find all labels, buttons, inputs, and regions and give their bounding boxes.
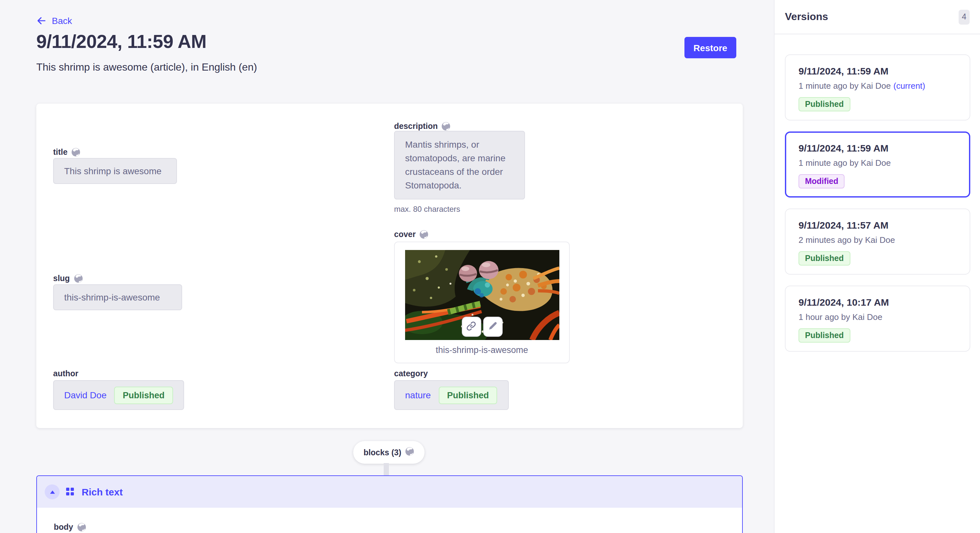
- cover-caption: this-shrimp-is-awesome: [395, 345, 569, 355]
- category-status-badge: Published: [439, 386, 497, 404]
- version-meta-text: 1 hour ago by Kai Doe: [799, 312, 883, 322]
- version-meta-text: 1 minute ago by Kai Doe: [799, 81, 891, 90]
- versions-sidebar: Versions 4 9/11/2024, 11:59 AM 1 minute …: [774, 0, 980, 533]
- author-label-text: author: [53, 369, 78, 378]
- page-title: 9/11/2024, 11:59 AM: [36, 31, 207, 52]
- version-card[interactable]: 9/11/2024, 11:59 AM 1 minute ago by Kai …: [785, 54, 970, 121]
- version-meta: 1 hour ago by Kai Doe: [799, 312, 957, 322]
- description-hint: max. 80 characters: [394, 205, 460, 214]
- category-field-label: category: [394, 369, 428, 378]
- author-field: David Doe Published: [53, 380, 184, 410]
- version-history-page: Back 9/11/2024, 11:59 AM This shrimp is …: [0, 0, 980, 533]
- author-field-label: author: [53, 369, 78, 378]
- globe-icon: [405, 447, 414, 456]
- rich-text-block-header: Rich text: [37, 476, 742, 508]
- category-relation-link[interactable]: nature: [405, 390, 431, 400]
- version-status-badge: Modified: [799, 174, 845, 189]
- version-status-badge: Published: [799, 97, 850, 111]
- version-status-badge: Published: [799, 251, 850, 265]
- chevron-up-icon: [49, 487, 56, 497]
- category-field: nature Published: [394, 380, 509, 410]
- component-grid-icon: [66, 486, 74, 498]
- form-panel: [36, 104, 743, 428]
- rich-text-block: Rich text body: [36, 475, 743, 533]
- version-meta: 2 minutes ago by Kai Doe: [799, 235, 957, 245]
- cover-copy-link-button[interactable]: [461, 317, 481, 337]
- title-field-label: title: [53, 148, 80, 157]
- slug-field-label: slug: [53, 274, 83, 283]
- version-date: 9/11/2024, 11:59 AM: [799, 143, 957, 154]
- cover-card: this-shrimp-is-awesome: [394, 241, 570, 363]
- slug-label-text: slug: [53, 274, 70, 283]
- body-field-label: body: [54, 523, 86, 532]
- version-date: 9/11/2024, 11:59 AM: [799, 65, 957, 76]
- author-status-badge: Published: [115, 386, 173, 404]
- version-meta-text: 1 minute ago by Kai Doe: [799, 158, 891, 168]
- version-date: 9/11/2024, 10:17 AM: [799, 297, 957, 308]
- pencil-icon: [488, 321, 497, 332]
- back-label: Back: [52, 16, 72, 26]
- versions-sidebar-header: Versions 4: [775, 0, 980, 34]
- cover-field-label: cover: [394, 230, 429, 239]
- restore-button[interactable]: Restore: [684, 37, 736, 58]
- cover-label-text: cover: [394, 230, 416, 239]
- category-label-text: category: [394, 369, 428, 378]
- version-card[interactable]: 9/11/2024, 11:59 AM 1 minute ago by Kai …: [785, 132, 970, 198]
- cover-actions: [461, 317, 502, 337]
- versions-title: Versions: [785, 11, 828, 23]
- version-meta: 1 minute ago by Kai Doe(current): [799, 81, 957, 90]
- collapse-toggle-button[interactable]: [45, 484, 60, 499]
- back-link[interactable]: Back: [36, 16, 72, 26]
- globe-icon: [77, 523, 86, 532]
- versions-list: 9/11/2024, 11:59 AM 1 minute ago by Kai …: [785, 54, 970, 352]
- version-card[interactable]: 9/11/2024, 10:17 AM 1 hour ago by Kai Do…: [785, 286, 970, 352]
- version-status-badge: Published: [799, 328, 850, 343]
- blocks-connector: [384, 463, 389, 476]
- version-current-tag: (current): [894, 81, 925, 90]
- version-meta: 1 minute ago by Kai Doe: [799, 158, 957, 168]
- globe-icon: [73, 274, 83, 283]
- version-card[interactable]: 9/11/2024, 11:57 AM 2 minutes ago by Kai…: [785, 209, 970, 274]
- link-icon: [466, 321, 476, 333]
- back-arrow-icon: [36, 16, 47, 26]
- description-textarea: Mantis shrimps, or stomatopods, are mari…: [394, 131, 525, 200]
- description-field-label: description: [394, 122, 451, 131]
- globe-icon: [71, 148, 80, 157]
- rich-text-block-title: Rich text: [82, 486, 123, 497]
- blocks-pill-label: blocks (3): [364, 448, 401, 457]
- cover-edit-button[interactable]: [483, 317, 502, 337]
- page-subtitle: This shrimp is awesome (article), in Eng…: [36, 62, 257, 73]
- title-label-text: title: [53, 148, 67, 157]
- version-meta-text: 2 minutes ago by Kai Doe: [799, 235, 895, 245]
- slug-input: this-shrimp-is-awesome: [53, 284, 182, 310]
- author-relation-link[interactable]: David Doe: [64, 390, 107, 400]
- globe-icon: [442, 122, 451, 131]
- blocks-field-pill: blocks (3): [353, 441, 425, 464]
- versions-count-badge: 4: [959, 10, 970, 24]
- description-label-text: description: [394, 122, 438, 131]
- globe-icon: [420, 230, 429, 239]
- title-input: This shrimp is awesome: [53, 158, 177, 184]
- version-date: 9/11/2024, 11:57 AM: [799, 219, 957, 230]
- body-label-text: body: [54, 523, 73, 532]
